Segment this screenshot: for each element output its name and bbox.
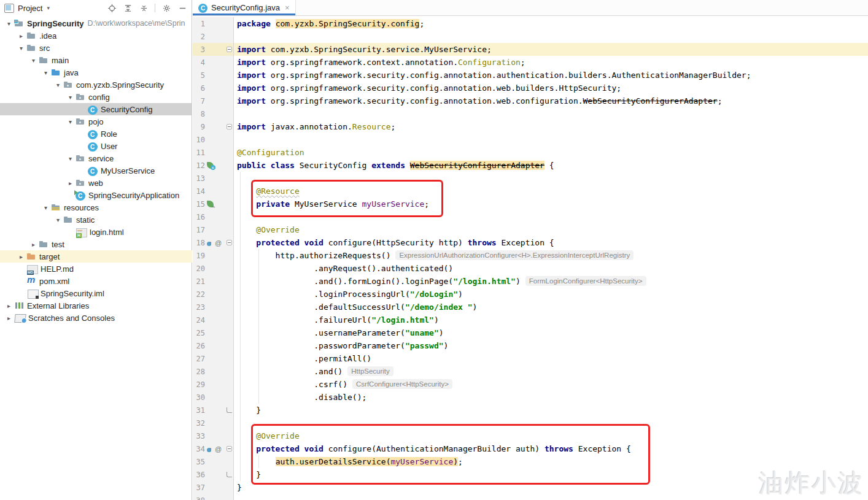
project-pane-title[interactable]: Project [18,4,42,13]
tree-row-springsecurityapplication[interactable]: SpringSecurityApplication [0,189,192,201]
chevron-closed-icon[interactable] [16,33,26,39]
tree-row-service[interactable]: service [0,152,192,164]
chevron-open-icon[interactable] [65,155,76,162]
code-text[interactable]: .csrf()CsrfConfigurer<HttpSecurity> [234,378,868,391]
code-text[interactable]: .and()HttpSecurity [234,365,868,378]
code-text[interactable]: .failureUrl("/login.html") [234,313,868,326]
chevron-open-icon[interactable] [4,20,14,27]
tree-row-help-md[interactable]: HELP.md [0,263,192,275]
code-text[interactable]: .defaultSuccessUrl("/demo/index ") [234,301,868,313]
tree-row-springsecurity-iml[interactable]: SpringSecurity.iml [0,287,192,299]
code-text[interactable]: .disable(); [234,391,868,404]
tree-row-pom-xml[interactable]: pom.xml [0,275,192,287]
fold-marker[interactable] [225,47,233,52]
annotated-icon[interactable]: @ [215,239,222,247]
chevron-closed-icon[interactable] [65,180,76,187]
fold-marker[interactable] [225,124,233,129]
tab-securityconfig-java[interactable]: SecurityConfig.java × [193,0,296,15]
code-text[interactable]: .loginProcessingUrl("/doLogin") [234,288,868,301]
overriding-method-icon[interactable]: ↑ [207,445,214,453]
tree-row-static[interactable]: static [0,213,192,226]
class-icon [198,4,207,13]
code-text[interactable]: } [234,404,868,417]
tree-row-role[interactable]: Role [0,128,192,140]
chevron-open-icon[interactable] [65,94,76,101]
tree-row-user[interactable]: User [0,140,192,152]
code-text[interactable]: @Configuration [234,146,868,159]
spring-bean-icon[interactable]: c [207,162,214,169]
code-text[interactable]: .anyRequest().authenticated() [234,262,868,275]
chevron-down-icon[interactable]: ▾ [47,5,50,11]
code-text[interactable]: protected void configure(HttpSecurity ht… [234,236,868,249]
chevron-closed-icon[interactable] [16,253,26,260]
code-text[interactable]: .passwordParameter("passwd") [234,339,868,352]
file-iml-icon [28,290,39,299]
tree-row-web[interactable]: web [0,177,192,189]
chevron-closed-icon[interactable] [28,241,39,248]
tree-item-label: MyUserService [101,166,155,175]
settings-icon[interactable] [160,2,173,14]
chevron-open-icon[interactable] [28,57,39,64]
tree-row-java[interactable]: java [0,66,192,79]
tree-row-external-libraries[interactable]: External Libraries [0,299,192,312]
tree-row-target[interactable]: target [0,250,192,263]
code-text[interactable]: import org.springframework.context.annot… [234,56,868,69]
code-text[interactable]: http.authorizeRequests()ExpressionUrlAut… [234,249,868,262]
code-text[interactable]: .and().formLogin().loginPage("/login.htm… [234,275,868,288]
chevron-open-icon[interactable] [53,82,63,88]
tree-row-pojo[interactable]: pojo [0,115,192,128]
chevron-open-icon[interactable] [53,217,63,223]
fold-marker[interactable] [225,446,233,452]
code-text[interactable]: package com.yzxb.SpringSecurity.config; [234,17,868,30]
code-text[interactable]: import org.springframework.security.conf… [234,82,868,94]
tree-row--idea[interactable]: .idea [0,29,192,42]
code-text[interactable] [234,133,868,146]
tree-row-login-html[interactable]: login.html [0,226,192,238]
code-text[interactable] [234,107,868,120]
collapse-all-icon[interactable] [137,2,150,14]
code-text[interactable]: import org.springframework.security.conf… [234,94,868,107]
code-text[interactable] [234,30,868,43]
code-text[interactable]: public class SecurityConfig extends WebS… [234,159,868,172]
gutter-icons: ↑@ [205,442,225,455]
tree-row-springsecurity[interactable]: SpringSecurityD:\work\workspace\me\Sprin [0,17,192,29]
overriding-method-icon[interactable]: ↑ [207,239,214,247]
close-icon[interactable]: × [285,3,290,12]
expand-all-icon[interactable] [121,2,134,14]
spring-autowired-icon[interactable]: → [207,201,214,207]
chevron-closed-icon[interactable] [4,302,14,309]
code-line-27: 27 .permitAll() [193,352,868,365]
tree-row-resources[interactable]: resources [0,201,192,213]
tree-row-config[interactable]: config [0,91,192,103]
tree-row-test[interactable]: test [0,238,192,250]
code-text[interactable]: import com.yzxb.SpringSecurity.service.M… [234,43,868,56]
code-text[interactable]: import org.springframework.security.conf… [234,69,868,82]
chevron-open-icon[interactable] [41,69,51,76]
tree-item-label: login.html [90,228,124,237]
code-text[interactable]: .permitAll() [234,352,868,365]
fold-marker[interactable] [225,407,233,413]
hide-panel-icon[interactable] [176,2,189,14]
tree-item-label: SpringSecurity.iml [41,289,104,298]
tree-row-myuserservice[interactable]: MyUserService [0,164,192,177]
chevron-open-icon[interactable] [65,118,76,125]
fold-marker[interactable] [225,472,233,477]
tree-row-main[interactable]: main [0,54,192,66]
gutter-icons [205,107,225,120]
tab-title: SecurityConfig.java [211,3,280,12]
tree-row-src[interactable]: src [0,42,192,54]
tree-row-com-yzxb-springsecurity[interactable]: com.yzxb.SpringSecurity [0,79,192,91]
code-text[interactable]: .usernameParameter("uname") [234,326,868,339]
gutter-icons [205,94,225,107]
chevron-open-icon[interactable] [41,204,51,211]
code-line-2: 2 [193,30,868,43]
fold-marker[interactable] [225,240,233,245]
code-text[interactable]: @Override [234,223,868,236]
locate-icon[interactable] [105,2,118,14]
code-text[interactable]: import javax.annotation.Resource; [234,120,868,133]
chevron-closed-icon[interactable] [4,315,14,321]
tree-row-scratches-and-consoles[interactable]: Scratches and Consoles [0,312,192,324]
annotated-icon[interactable]: @ [215,445,222,453]
chevron-open-icon[interactable] [16,45,26,52]
tree-row-securityconfig[interactable]: SecurityConfig [0,103,192,115]
